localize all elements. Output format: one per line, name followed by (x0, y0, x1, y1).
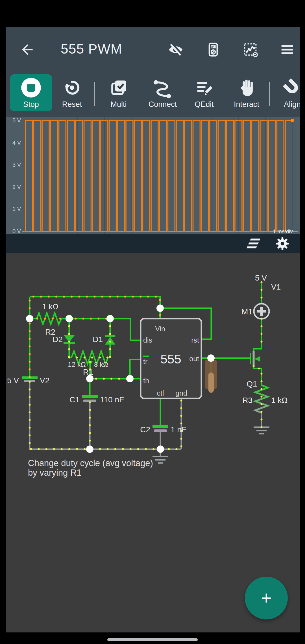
pin-label-tr: tr (143, 358, 147, 365)
capacitor-c1[interactable] (82, 395, 98, 402)
page-title: 555 PWM (61, 41, 122, 57)
pin-label-gnd: gnd (175, 389, 187, 397)
scope-y-tick-label: 5 V (12, 117, 21, 123)
trace-endpoint-dot (291, 119, 294, 122)
r1-left-value-label: 12 kΩ (68, 361, 86, 368)
add-component-fab[interactable]: + (245, 577, 288, 619)
toolbar-reset-button[interactable]: Reset (51, 76, 93, 114)
pin-label-ctl: ctl (157, 389, 164, 397)
v2-name-label: V2 (40, 376, 49, 385)
r1-right-value-label: 8 kΩ (94, 361, 108, 368)
oscilloscope-plot[interactable]: 5 V4 V3 V2 V1 V0 V 1 ms/div (6, 117, 300, 234)
c1-value-label: 110 nF (100, 395, 124, 404)
toolbar-interact-label: Interact (234, 100, 259, 109)
eye-off-icon (167, 41, 184, 58)
quick-edit-icon (194, 76, 214, 100)
m1-name-label: M1 (241, 307, 252, 316)
chip-label-555: 555 (160, 352, 181, 366)
signal-list-icon (246, 237, 261, 250)
scope-y-tick-label: 2 V (12, 184, 21, 190)
toolbar-stop-label: Stop (23, 100, 39, 109)
scope-settings-strip (6, 234, 300, 253)
toolbar-interact-button[interactable]: Interact (225, 76, 268, 114)
scope-y-tick-label: 1 V (12, 206, 21, 212)
ground-symbol[interactable] (152, 456, 168, 463)
v1-name-label: V1 (271, 283, 281, 291)
home-indicator[interactable] (107, 638, 198, 641)
r3-value-label: 1 kΩ (271, 396, 287, 405)
menu-icon (280, 42, 295, 57)
multi-select-icon (108, 76, 129, 100)
hand-icon (236, 76, 257, 100)
app-header: 555 PWM (6, 27, 300, 72)
v2-value-label: 5 V (7, 376, 19, 385)
scope-probe[interactable] (205, 360, 217, 393)
r3-name-label: R3 (242, 396, 252, 405)
scope-y-tick-label: 3 V (12, 162, 21, 168)
simulation-toolbar: Stop Reset Multi (6, 72, 300, 117)
r2-value-label: 1 kΩ (42, 302, 58, 311)
scope-settings-button[interactable] (274, 236, 290, 251)
toolbar-connect-label: Connect (149, 100, 177, 109)
scope-region-icon (242, 41, 259, 58)
multimeter-button[interactable] (204, 42, 222, 58)
toolbar-multi-button[interactable]: Multi (97, 76, 140, 114)
scope-waveform: 5 V4 V3 V2 V1 V0 V (6, 117, 300, 234)
q1-name-label: Q1 (247, 380, 257, 388)
pin-label-rst: rst (191, 336, 199, 344)
pin-label-out: out (189, 355, 199, 363)
scope-y-tick-label: 4 V (12, 140, 21, 146)
v1-value-label: 5 V (255, 274, 267, 282)
toolbar-qedit-button[interactable]: QEdit (183, 76, 225, 114)
toolbar-align-label: Align (284, 100, 300, 109)
connect-wire-icon (152, 76, 173, 100)
scope-y-tick-label: 0 V (12, 228, 21, 234)
pwm-trace (24, 120, 292, 231)
pin-label-vin: Vin (155, 325, 165, 333)
mosfet-q1[interactable] (250, 351, 260, 366)
reset-icon (62, 76, 82, 100)
toolbar-reset-label: Reset (62, 100, 82, 109)
toolbar-align-button[interactable]: Align (271, 76, 300, 114)
hide-values-button[interactable] (167, 42, 185, 58)
stop-icon (20, 76, 42, 100)
toolbar-qedit-label: QEdit (195, 100, 214, 109)
toolbar-multi-label: Multi (110, 100, 127, 109)
c2-name-label: C2 (140, 425, 150, 434)
note-line-2: by varying R1 (28, 468, 82, 478)
toolbar-stop-button[interactable]: Stop (10, 74, 52, 111)
d1-name-label: D1 (93, 335, 103, 344)
circuit-canvas[interactable]: Vin dis tr th rst out ctl gnd 555 1 kΩ R… (6, 253, 300, 632)
diode-d1[interactable] (105, 336, 115, 345)
plus-icon: + (261, 590, 271, 606)
phone-screen: { "header": { "title": "555 PWM", "icons… (0, 0, 305, 644)
c2-value-label: 1 nF (171, 425, 186, 434)
circuit-schematic: Vin dis tr th rst out ctl gnd 555 1 kΩ R… (6, 253, 300, 632)
menu-button[interactable] (278, 42, 296, 58)
multimeter-icon (205, 42, 221, 58)
capacitor-c2[interactable] (152, 425, 168, 432)
app-window: 555 PWM (6, 27, 300, 632)
ammeter-m1[interactable] (254, 304, 269, 319)
back-arrow-icon (19, 42, 35, 58)
toolbar-divider (94, 82, 95, 106)
toolbar-connect-button[interactable]: Connect (141, 76, 184, 114)
r1-name-label: R1 (83, 368, 93, 376)
time-per-div-label: 1 ms/div (273, 228, 293, 235)
toolbar-divider (269, 82, 270, 106)
d2-name-label: D2 (53, 335, 63, 344)
pin-label-th: th (143, 377, 149, 385)
c1-name-label: C1 (69, 395, 80, 404)
pin-label-dis: dis (143, 336, 152, 344)
note-line-1: Change duty cycle (avg voltage) (28, 458, 153, 468)
back-button[interactable] (18, 41, 37, 59)
magnet-icon (282, 76, 300, 100)
scope-region-button[interactable] (241, 42, 260, 58)
signal-list-button[interactable] (246, 236, 262, 251)
gear-icon (275, 237, 289, 251)
